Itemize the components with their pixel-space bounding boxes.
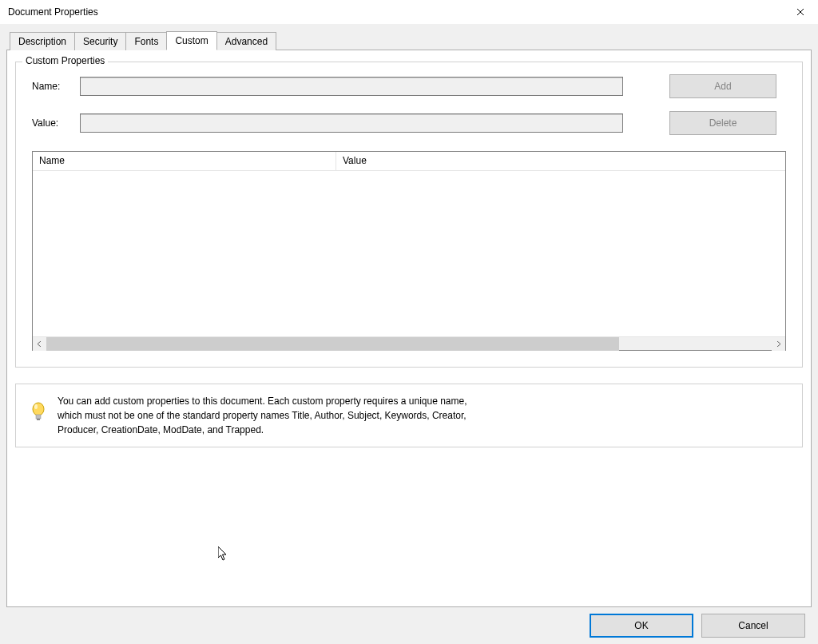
- tabstrip: Description Security Fonts Custom Advanc…: [6, 29, 812, 50]
- tab-description[interactable]: Description: [10, 32, 75, 50]
- close-button[interactable]: [782, 0, 818, 24]
- tab-custom[interactable]: Custom: [166, 31, 216, 50]
- add-button[interactable]: Add: [669, 74, 776, 98]
- svg-point-1: [34, 404, 38, 409]
- svg-point-0: [33, 403, 44, 415]
- chevron-left-icon: [37, 341, 42, 347]
- properties-list[interactable]: Name Value: [32, 151, 786, 351]
- scroll-left-button[interactable]: [33, 337, 46, 351]
- info-text: You can add custom properties to this do…: [58, 394, 473, 437]
- info-box: You can add custom properties to this do…: [15, 384, 803, 447]
- value-row: Value: Delete: [32, 111, 786, 135]
- svg-rect-3: [37, 419, 40, 420]
- lightbulb-icon: [30, 402, 46, 425]
- dialog-buttons: OK Cancel: [0, 607, 818, 644]
- scroll-right-button[interactable]: [772, 337, 785, 351]
- ok-button[interactable]: OK: [590, 614, 693, 638]
- tab-advanced[interactable]: Advanced: [216, 32, 276, 50]
- custom-properties-group: Custom Properties Name: Add Value: Delet…: [15, 62, 803, 368]
- name-label: Name:: [32, 81, 80, 92]
- cancel-button[interactable]: Cancel: [701, 614, 805, 638]
- list-header: Name Value: [33, 152, 785, 171]
- scroll-track[interactable]: [46, 337, 772, 350]
- name-row: Name: Add: [32, 74, 786, 98]
- column-header-value[interactable]: Value: [336, 152, 785, 170]
- delete-button[interactable]: Delete: [669, 111, 776, 135]
- name-input[interactable]: [80, 77, 623, 96]
- svg-rect-2: [36, 415, 41, 419]
- column-header-name[interactable]: Name: [33, 152, 336, 170]
- value-label: Value:: [32, 117, 80, 129]
- list-body: [33, 171, 785, 336]
- titlebar: Document Properties: [0, 0, 818, 24]
- close-icon: [796, 8, 804, 16]
- scroll-thumb[interactable]: [46, 337, 619, 351]
- content-area: Description Security Fonts Custom Advanc…: [0, 24, 818, 607]
- horizontal-scrollbar[interactable]: [33, 336, 785, 350]
- window-title: Document Properties: [8, 6, 98, 18]
- group-legend: Custom Properties: [22, 55, 108, 66]
- tab-security[interactable]: Security: [74, 32, 126, 50]
- value-input[interactable]: [80, 113, 623, 133]
- tabpanel-custom: Custom Properties Name: Add Value: Delet…: [6, 50, 812, 607]
- chevron-right-icon: [776, 341, 781, 347]
- dialog-window: Document Properties Description Security…: [0, 0, 818, 644]
- tab-fonts[interactable]: Fonts: [125, 32, 167, 50]
